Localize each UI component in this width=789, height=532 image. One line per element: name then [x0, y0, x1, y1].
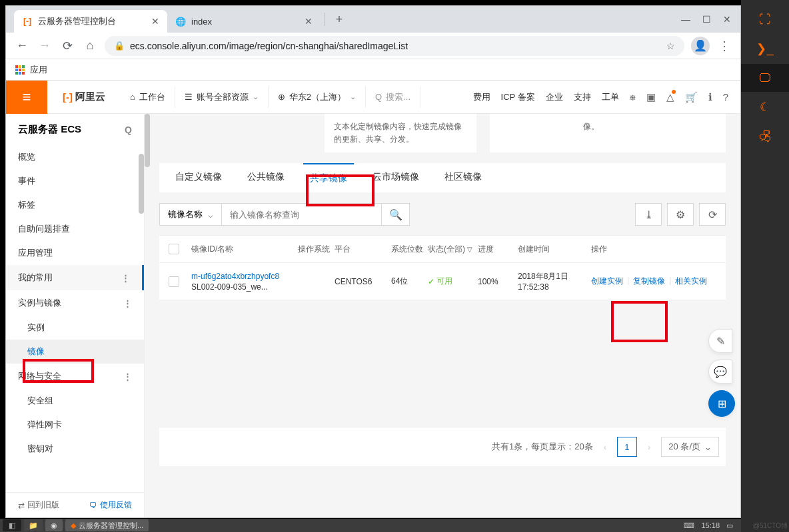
tab-custom-image[interactable]: 自定义镜像 — [169, 163, 229, 192]
edit-float-button[interactable]: ✎ — [708, 329, 732, 353]
th-actions: 操作 — [591, 244, 718, 255]
tab-public-image[interactable]: 公共镜像 — [241, 163, 291, 192]
apps-label[interactable]: 应用 — [30, 64, 47, 76]
tab-close-icon[interactable]: ✕ — [151, 16, 159, 27]
browser-tab-inactive[interactable]: 🌐 index ✕ — [167, 10, 321, 33]
prev-page-icon[interactable]: ‹ — [600, 442, 610, 452]
action-copy-image[interactable]: 复制镜像 — [633, 276, 665, 287]
menu-toggle-icon[interactable]: ≡ — [6, 81, 47, 114]
workbench-button[interactable]: ⌂ 工作台 — [121, 87, 175, 108]
nav-tags[interactable]: 标签 — [6, 193, 144, 217]
refresh-button[interactable]: ⟳ — [699, 203, 726, 226]
tab-community-image[interactable]: 社区镜像 — [438, 163, 488, 192]
tip-icon[interactable]: ℹ — [708, 91, 712, 103]
page-size-select[interactable]: 20 条/页 ⌄ — [661, 437, 719, 457]
nav-section-my[interactable]: 我的常用⋮ — [6, 265, 144, 290]
apps-grid-icon[interactable] — [15, 65, 25, 75]
url-bar[interactable]: 🔒 ecs.console.aliyun.com/image/region/cn… — [105, 36, 684, 56]
chat-icon[interactable]: 🗫 — [741, 123, 789, 150]
image-id-link[interactable]: m-uf6g2ato4xbrzhpyofc8 — [191, 272, 298, 281]
link-enterprise[interactable]: 企业 — [546, 91, 563, 103]
tray-icon[interactable]: ▭ — [726, 521, 733, 530]
link-support[interactable]: 支持 — [574, 91, 591, 103]
nav-selfservice[interactable]: 自助问题排查 — [6, 217, 144, 241]
terminal-icon[interactable]: ❯_ — [741, 35, 789, 63]
search-icon: Q — [375, 92, 382, 102]
taskbar-tray: ⌨ 15:18 ▭ — [684, 521, 738, 530]
display-icon[interactable]: 🖵 — [741, 64, 789, 92]
nav-secgroup[interactable]: 安全组 — [6, 389, 144, 413]
next-page-icon[interactable]: › — [644, 442, 654, 452]
nav-instance[interactable]: 实例 — [6, 316, 144, 340]
nav-keypair[interactable]: 密钥对 — [6, 437, 144, 461]
nav-overview[interactable]: 概览 — [6, 145, 144, 169]
filter-type-select[interactable]: 镜像名称 ⌵ — [159, 203, 222, 226]
link-icp[interactable]: ICP 备案 — [501, 91, 535, 103]
maximize-icon[interactable]: ☐ — [702, 14, 711, 25]
scrollbar-thumb[interactable] — [139, 154, 144, 214]
info-card-right: 像。 — [490, 114, 726, 152]
content-wrap: 文本化定制镜像内容，快速完成镜像的更新、共享、分发。 像。 自定义镜像 公共镜像… — [145, 114, 740, 517]
help-icon[interactable]: ? — [723, 91, 728, 103]
info-card-middle: 文本化定制镜像内容，快速完成镜像的更新、共享、分发。 — [325, 114, 476, 152]
new-tab-button[interactable]: + — [329, 9, 349, 29]
download-icon: ⤓ — [644, 208, 653, 221]
search-icon: 🔍 — [389, 208, 402, 221]
taskbar-app[interactable]: ◆云服务器管理控制... — [65, 519, 149, 531]
keyboard-icon[interactable]: ⌨ — [684, 521, 694, 530]
close-window-icon[interactable]: ✕ — [723, 14, 731, 25]
aliyun-logo[interactable]: [-] 阿里云 — [47, 91, 121, 103]
action-related-instance[interactable]: 相关实例 — [675, 276, 707, 287]
minimize-icon[interactable]: — — [681, 14, 690, 25]
action-create-instance[interactable]: 创建实例 — [591, 276, 623, 287]
bookmark-star-icon[interactable]: ☆ — [666, 41, 675, 51]
floating-buttons: ✎ 💬 ⊞ — [708, 329, 740, 417]
fullscreen-icon[interactable]: ⛶ — [741, 5, 789, 33]
profile-icon[interactable]: 👤 — [691, 37, 710, 55]
moon-icon[interactable]: ☾ — [741, 93, 789, 121]
tab-market-image[interactable]: 云市场镜像 — [366, 163, 426, 192]
tab-close-icon[interactable]: ✕ — [305, 16, 313, 27]
home-icon: ⌂ — [130, 92, 135, 102]
link-fee[interactable]: 费用 — [473, 91, 490, 103]
back-icon[interactable]: ← — [14, 38, 30, 54]
reload-icon[interactable]: ⟳ — [59, 38, 75, 54]
home-icon[interactable]: ⌂ — [82, 38, 98, 54]
search-icon[interactable]: Q — [125, 125, 132, 135]
page-number[interactable]: 1 — [617, 437, 637, 457]
browser-tab-active[interactable]: [-] 云服务器管理控制台 ✕ — [14, 10, 167, 33]
files-button[interactable]: 📁 — [24, 519, 43, 531]
content-scrollbar[interactable] — [145, 114, 150, 167]
link-ticket[interactable]: 工单 — [602, 91, 619, 103]
old-version-link[interactable]: ⇄ 回到旧版 — [18, 499, 59, 511]
url-text: ecs.console.aliyun.com/image/region/cn-s… — [130, 41, 408, 51]
grid-float-button[interactable]: ⊞ — [708, 390, 735, 417]
nav-events[interactable]: 事件 — [6, 169, 144, 193]
region-dropdown[interactable]: ⊕ 华东2（上海） ⌄ — [269, 87, 366, 108]
cloud-icon[interactable]: ⎈ — [630, 91, 636, 103]
collection-icon[interactable]: ▣ — [646, 91, 656, 103]
browser-menu-icon[interactable]: ⋮ — [716, 38, 732, 54]
console-search[interactable]: Q 搜索... — [366, 87, 420, 108]
filter-input[interactable] — [222, 203, 382, 226]
chat-float-button[interactable]: 💬 — [708, 360, 732, 384]
download-button[interactable]: ⤓ — [635, 203, 662, 226]
nav-section-network[interactable]: 网络与安全⋮ — [6, 364, 144, 389]
bell-icon[interactable]: △ — [666, 91, 674, 103]
nav-eni[interactable]: 弹性网卡 — [6, 413, 144, 437]
th-status[interactable]: 状态(全部) ▽ — [428, 244, 478, 255]
nav-section-instance[interactable]: 实例与镜像⋮ — [6, 290, 144, 316]
row-checkbox[interactable] — [169, 276, 179, 287]
select-all-checkbox[interactable] — [169, 244, 179, 254]
cart-icon[interactable]: 🛒 — [685, 91, 698, 103]
taskbar-chrome[interactable]: ◉ — [45, 519, 63, 531]
tab-shared-image[interactable]: 共享镜像 — [303, 163, 354, 192]
header-right: 费用 ICP 备案 企业 支持 工单 ⎈ ▣ △ 🛒 ℹ ? — [473, 91, 740, 103]
start-button[interactable]: ◧ — [3, 519, 21, 531]
nav-image[interactable]: 镜像 — [6, 340, 144, 364]
filter-search-button[interactable]: 🔍 — [382, 203, 410, 226]
settings-button[interactable]: ⚙ — [667, 203, 694, 226]
nav-appmgmt[interactable]: 应用管理 — [6, 241, 144, 265]
feedback-link[interactable]: 🗨 使用反馈 — [89, 499, 132, 511]
account-scope-dropdown[interactable]: ☰ 账号全部资源 ⌄ — [175, 87, 269, 108]
